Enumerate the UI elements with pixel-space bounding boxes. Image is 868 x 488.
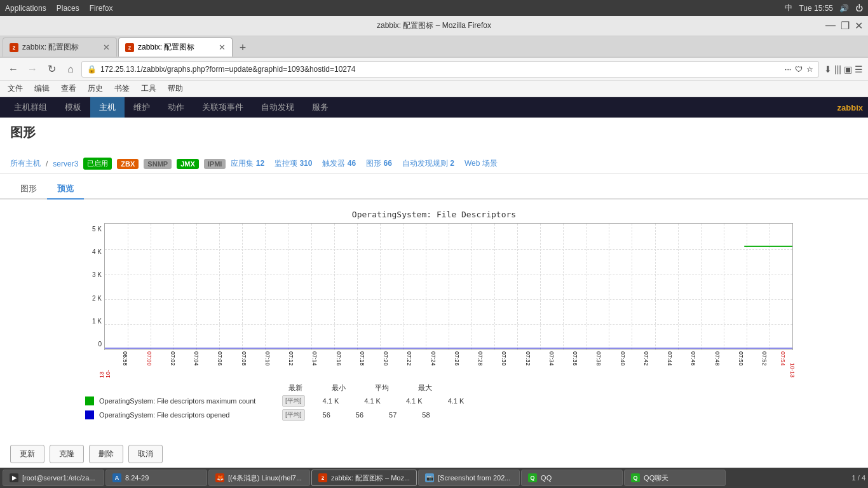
update-button[interactable]: 更新 [10,445,44,463]
tab-1-label: zabbix: 配置图标 [22,42,79,53]
forward-button[interactable]: → [24,61,41,78]
chart-svg [105,224,792,349]
breadcrumb-host[interactable]: server3 [53,159,78,168]
menu-bookmarks[interactable]: 书签 [109,82,135,95]
menu-history[interactable]: 历史 [83,82,108,95]
x-label-25: 07:46 [690,351,696,366]
taskbar-text[interactable]: A 8.24-29 [105,470,207,486]
places-menu[interactable]: Places [57,4,79,13]
hamburger-icon[interactable]: ☰ [855,64,863,74]
nav-actions[interactable]: 动作 [159,97,193,118]
breadcrumb-sep: / [46,159,48,168]
home-button[interactable]: ⌂ [62,61,79,78]
clone-button[interactable]: 克隆 [50,445,84,463]
nav-link-triggers[interactable]: 触发器 46 [322,158,356,169]
nav-discovery[interactable]: 自动发现 [252,97,303,118]
x-label-15: 07:26 [454,351,460,366]
close-button[interactable]: ✕ [855,20,863,32]
nav-link-web-scenarios[interactable]: Web 场景 [465,158,498,169]
legend-val-1-latest: 4.1 K [323,397,339,405]
legend-val-1-max: 4.1 K [448,397,465,405]
nav-link-appsets[interactable]: 应用集 12 [231,158,264,169]
badge-jmx: JMX [177,159,199,169]
power-icon[interactable]: ⏻ [855,4,863,13]
volume-icon[interactable]: 🔊 [839,4,849,13]
nav-hostgroups[interactable]: 主机群组 [5,97,56,118]
minimize-button[interactable]: — [825,20,836,32]
x-label-7: 07:10 [264,351,271,366]
taskbar-qq-label: QQ [541,474,552,482]
zabbix-nav-left: 主机群组 模板 主机 维护 动作 关联项事件 自动发现 服务 [5,97,337,118]
back-button[interactable]: ← [5,61,22,78]
bookmark-shield-icon[interactable]: 🛡 [795,65,803,74]
subtab-graph[interactable]: 图形 [10,179,47,200]
taskbar-zabbix-label: zabbix: 配置图标 – Moz... [331,473,410,483]
cancel-button[interactable]: 取消 [128,445,163,463]
delete-button[interactable]: 删除 [89,445,123,463]
taskbar-zabbix[interactable]: z zabbix: 配置图标 – Moz... [311,470,417,486]
tab-1[interactable]: z zabbix: 配置图标 ✕ [3,37,117,57]
x-label-6: 07:08 [241,351,247,366]
taskbar-ff1-label: [(4条消息) Linux(rhel7... [228,473,302,483]
menu-view[interactable]: 查看 [56,82,81,95]
taskbar-screenshot-label: [Screenshot from 202... [438,474,510,482]
taskbar-qq[interactable]: Q QQ [521,470,623,486]
host-enabled-badge: 已启用 [83,158,112,170]
menu-help[interactable]: 帮助 [163,82,188,95]
tab-2[interactable]: z zabbix: 配置图标 ✕ [118,37,233,57]
bookmark-star-icon[interactable]: ☆ [806,65,813,74]
badge-zbx: ZBX [117,159,139,169]
applications-menu[interactable]: Applications [5,4,46,13]
taskbar-screenshot[interactable]: 📷 [Screenshot from 202... [418,470,520,486]
legend-header-latest: 最新 [288,383,302,393]
tab-2-close[interactable]: ✕ [219,43,226,52]
nav-related-events[interactable]: 关联项事件 [193,97,252,118]
nav-maintenance[interactable]: 维护 [125,97,159,118]
address-bar[interactable]: 🔒 172.25.13.1/zabbix/graphs.php?form=upd… [81,61,819,78]
firefox-menu[interactable]: Firefox [90,4,113,13]
x-label-14: 07:24 [430,351,437,366]
x-label-13: 07:22 [406,351,412,366]
nav-link-discovery-rules[interactable]: 自动发现规则 2 [402,158,454,169]
legend-val-1-min: 4.1 K [364,397,381,405]
action-buttons: 更新 克隆 删除 取消 [0,438,868,470]
taskbar-screenshot-icon: 📷 [425,473,434,482]
taskbar-terminal[interactable]: ▶ [root@server1:/etc/za... [3,470,104,486]
breadcrumb-all-hosts[interactable]: 所有主机 [10,158,41,169]
nav-services[interactable]: 服务 [303,97,337,118]
bookmarks-icon[interactable]: ||| [834,64,841,74]
restore-button[interactable]: ❐ [841,20,850,32]
tab-2-favicon: z [125,43,134,52]
download-icon[interactable]: ⬇ [824,64,832,74]
nav-link-monitors[interactable]: 监控项 310 [275,158,312,169]
x-label-29: 07:54 [780,351,786,366]
menu-edit[interactable]: 编辑 [29,82,55,95]
nav-link-graphs[interactable]: 图形 66 [366,158,392,169]
tab-1-close[interactable]: ✕ [103,43,110,52]
legend-val-2-min: 56 [356,411,363,419]
x-label-3: 07:02 [170,351,176,366]
clock: Tue 15:55 [799,4,833,13]
menu-tools[interactable]: 工具 [136,82,161,95]
graph-area: OperatingSystem: File Descriptors 5 K 4 … [0,200,868,438]
address-more-icon[interactable]: ··· [785,65,791,74]
legend-val-2-avg: 57 [389,411,397,419]
taskbar: ▶ [root@server1:/etc/za... A 8.24-29 🦊 [… [0,468,868,488]
taskbar-qq2[interactable]: Q QQ聊天 [624,470,726,486]
secure-icon: 🔒 [87,65,97,74]
breadcrumb-bar: 所有主机 / server3 已启用 ZBX SNMP JMX IPMI 应用集… [0,154,868,174]
taskbar-ff1[interactable]: 🦊 [(4条消息) Linux(rhel7... [208,470,310,486]
taskbar-text-icon: A [112,473,121,482]
subtab-preview[interactable]: 预览 [47,179,84,200]
nav-bar: ← → ↻ ⌂ 🔒 172.25.13.1/zabbix/graphs.php?… [0,58,868,81]
sidebar-icon[interactable]: ▣ [844,64,852,74]
nav-templates[interactable]: 模板 [56,97,90,118]
page-content: 图形 [0,118,868,154]
nav-hosts[interactable]: 主机 [90,97,125,118]
new-tab-button[interactable]: + [234,39,252,57]
taskbar-qq-icon: Q [528,473,537,482]
window-controls: — ❐ ✕ [825,20,863,32]
x-label-9: 07:14 [311,351,318,366]
reload-button[interactable]: ↻ [43,61,60,78]
menu-file[interactable]: 文件 [3,82,28,95]
